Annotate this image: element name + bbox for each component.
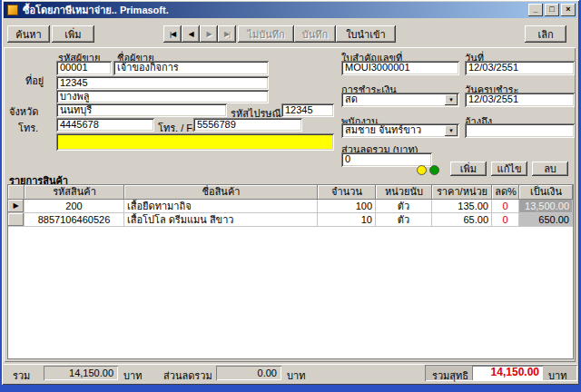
cell-amount[interactable]: 650.00 xyxy=(519,213,573,227)
address-label: ที่อยู่ xyxy=(25,73,44,89)
column-header-amount: เป็นเงิน xyxy=(519,185,573,200)
due-date-field[interactable]: 12/03/2551 xyxy=(465,93,575,107)
current-row-icon: ▶ xyxy=(13,201,18,210)
address-line2-field[interactable]: บางพลู xyxy=(56,90,269,103)
table-row[interactable]: ▶ 200 เสื้อยืดทามาถิจ 100 ตัว 135.00 0 1… xyxy=(8,200,573,213)
total-discount-field[interactable]: 0 xyxy=(341,152,432,167)
postal-code-field[interactable]: 12345 xyxy=(281,103,334,117)
row-selector[interactable]: ▶ xyxy=(8,200,25,213)
table-empty-area xyxy=(8,227,573,358)
net-total-value: 14,150.00 xyxy=(472,366,543,380)
status-indicator-green xyxy=(429,165,439,175)
province-label: จังหวัด xyxy=(9,103,38,120)
address-line1-field[interactable]: 12345 xyxy=(56,76,269,90)
net-total-section: รวมสุทธิ 14,150.00 บาท xyxy=(425,365,577,381)
nav-last-button[interactable]: ▶| xyxy=(218,25,236,43)
employee-select[interactable]: สมชาย จันทร์ขาว ▼ xyxy=(341,123,459,138)
cell-unit[interactable]: ตัว xyxy=(376,200,432,213)
nav-prev-button[interactable]: ◀ xyxy=(182,25,200,43)
date-field[interactable]: 12/03/2551 xyxy=(465,61,575,75)
currency-label: บาท xyxy=(123,368,142,384)
discard-button[interactable]: ไม่บันทึก xyxy=(238,25,294,43)
column-header-selector xyxy=(8,185,25,200)
cell-price[interactable]: 135.00 xyxy=(432,200,492,213)
close-button[interactable]: × xyxy=(561,4,576,16)
nav-next-button[interactable]: ▶ xyxy=(200,25,218,43)
cell-unit[interactable]: ตัว xyxy=(376,213,432,227)
title-bar[interactable]: ซื้อโดยภาษีเหมาจ่าย.. Primasoft. _ □ × xyxy=(4,2,577,18)
column-header-unit: หน่วยนับ xyxy=(376,185,432,200)
nav-prev-icon: ◀ xyxy=(188,30,192,38)
payment-value: สด xyxy=(345,93,358,104)
vendor-name-field[interactable]: เจ้าของกิจการ xyxy=(113,61,269,75)
nav-last-icon: ▶| xyxy=(224,30,230,38)
status-indicator-yellow xyxy=(417,165,427,175)
chevron-down-icon[interactable]: ▼ xyxy=(445,94,458,105)
reference-field[interactable] xyxy=(465,123,575,138)
import-doc-button[interactable]: ใบนำเข้า xyxy=(336,25,396,43)
window-title: ซื้อโดยภาษีเหมาจ่าย.. Primasoft. xyxy=(23,2,527,18)
cell-code[interactable]: 200 xyxy=(25,200,124,213)
nav-next-icon: ▶ xyxy=(206,30,211,38)
maximize-button[interactable]: □ xyxy=(545,4,559,16)
doc-no-field[interactable]: MOUI3000001 xyxy=(341,61,459,75)
search-button[interactable]: ค้นหา xyxy=(7,25,50,43)
item-edit-button[interactable]: แก้ไข xyxy=(491,162,527,176)
net-total-label: รวมสุทธิ xyxy=(432,368,468,384)
cell-name[interactable]: เสื้อยืดทามาถิจ xyxy=(124,200,318,213)
app-window: ซื้อโดยภาษีเหมาจ่าย.. Primasoft. _ □ × ค… xyxy=(2,0,579,385)
cell-discount[interactable]: 0 xyxy=(492,213,519,227)
row-selector[interactable] xyxy=(8,213,25,227)
nav-first-icon: |◀ xyxy=(170,30,175,38)
discount-total-label: ส่วนลดรวม xyxy=(163,368,212,384)
minimize-button[interactable]: _ xyxy=(528,4,543,16)
column-header-code: รหัสสินค้า xyxy=(25,185,124,200)
currency-label: บาท xyxy=(287,368,305,384)
total-value: 14,150.00 xyxy=(44,366,118,380)
tel-label: โทร. xyxy=(18,120,38,136)
item-delete-button[interactable]: ลบ xyxy=(532,162,568,176)
discount-total-value: 0.00 xyxy=(216,366,281,380)
cell-discount[interactable]: 0 xyxy=(492,200,519,213)
nav-first-button[interactable]: |◀ xyxy=(163,25,182,43)
vendor-code-field[interactable]: 00001 xyxy=(56,61,112,75)
items-table-header: รหัสสินค้า ชื่อสินค้า จำนวน หน่วยนับ ราค… xyxy=(8,185,573,200)
exit-button[interactable]: เลิก xyxy=(525,25,566,43)
table-row[interactable]: 8857106460526 เสื้อโปโล ดรีมแมน สีขาว 10… xyxy=(8,213,573,227)
cell-qty[interactable]: 10 xyxy=(318,213,376,227)
cell-name[interactable]: เสื้อโปโล ดรีมแมน สีขาว xyxy=(124,213,318,227)
total-label: รวม xyxy=(13,368,30,384)
items-table: รหัสสินค้า ชื่อสินค้า จำนวน หน่วยนับ ราค… xyxy=(7,184,574,359)
fax-field[interactable]: 5556789 xyxy=(193,118,302,132)
cell-qty[interactable]: 100 xyxy=(318,200,376,213)
cell-amount[interactable]: 13,500.00 xyxy=(519,200,573,213)
column-header-name: ชื่อสินค้า xyxy=(124,185,318,200)
column-header-discount: ลด% xyxy=(492,185,519,200)
cell-code[interactable]: 8857106460526 xyxy=(25,213,124,227)
status-bar: รวม 14,150.00 บาท ส่วนลดรวม 0.00 บาท รวม… xyxy=(4,364,577,383)
currency-label: บาท xyxy=(548,368,566,384)
chevron-down-icon[interactable]: ▼ xyxy=(445,125,458,136)
column-header-qty: จำนวน xyxy=(318,185,376,200)
app-icon xyxy=(7,5,18,15)
tel-field[interactable]: 4445678 xyxy=(56,118,154,132)
remark-highlight-field[interactable] xyxy=(56,133,334,151)
province-field[interactable]: นนทบุรี xyxy=(56,103,227,117)
payment-select[interactable]: สด ▼ xyxy=(341,93,459,107)
desktop-background: ซื้อโดยภาษีเหมาจ่าย.. Primasoft. _ □ × ค… xyxy=(0,0,581,392)
employee-value: สมชาย จันทร์ขาว xyxy=(345,124,421,135)
column-header-price: ราคา/หน่วย xyxy=(432,185,492,200)
add-record-button[interactable]: เพิ่ม xyxy=(52,25,94,43)
item-add-button[interactable]: เพิ่ม xyxy=(450,162,487,176)
cell-price[interactable]: 65.00 xyxy=(432,213,492,227)
save-button[interactable]: บันทึก xyxy=(294,25,336,43)
